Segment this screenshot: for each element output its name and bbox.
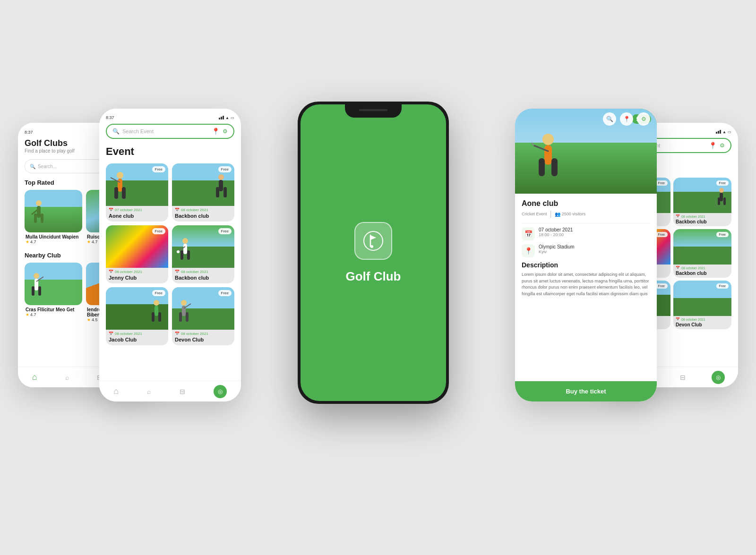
svg-rect-58: [718, 197, 720, 205]
event-date-1: 📅 07 october 2021: [109, 208, 165, 212]
club-name-detail: Aone club: [522, 199, 650, 208]
event-title-cl: Event: [106, 145, 234, 158]
event-card-5[interactable]: Free 📅 08 october 2021 Jacob Club: [106, 287, 168, 345]
wifi-icon-cl: ▲: [225, 116, 229, 120]
free-badge-2: Free: [218, 166, 232, 172]
event-card-2[interactable]: Free 📅 08 october 2021 Backbon club: [172, 163, 234, 222]
top-rated-card-1-name: Mulla Uincidunt Wapien: [26, 234, 81, 239]
nav-pin-right[interactable]: ◎: [712, 371, 725, 384]
r-free-badge-2: Free: [716, 180, 729, 186]
golfer-cl-5: [147, 299, 166, 330]
filter-icon-right[interactable]: ⚙: [720, 142, 725, 149]
signal-icon-right: [716, 130, 721, 134]
golfer-cl-1: [108, 171, 132, 206]
phone-center-right: $ 50 🔍 📍 ⚙ Aone club Cricket Event | 👥 2…: [515, 109, 657, 401]
golf-clubs-title: Golf Clubs: [25, 138, 75, 148]
svg-rect-25: [216, 187, 219, 197]
detail-time: 18:00 - 20:00: [539, 232, 573, 237]
location-pin-icon: 📍: [524, 247, 533, 255]
r-event-card-6[interactable]: Free 📅08 october 2021 Devon Club: [673, 281, 731, 329]
svg-rect-47: [544, 145, 552, 165]
svg-rect-57: [720, 193, 723, 201]
r-free-badge-3: Free: [655, 232, 668, 237]
app-logo: [354, 222, 392, 260]
r-free-badge-1: Free: [655, 180, 668, 186]
svg-marker-44: [370, 235, 376, 240]
svg-point-9: [34, 273, 39, 279]
location-icon-cl[interactable]: 📍: [212, 128, 220, 135]
event-name-6: Devon Club: [175, 337, 232, 342]
nearby-card-1-name: Cras Fllicitur Meo Get: [26, 307, 81, 312]
nav-pin-cl[interactable]: ◎: [214, 385, 227, 398]
svg-rect-19: [118, 179, 122, 192]
detail-stadium: Olympic Stadium: [539, 244, 575, 249]
event-grid-cl: Free 📅 07 october 2021 Aone club: [106, 163, 234, 345]
svg-point-46: [542, 134, 554, 145]
phone-center-left: 8:37 ▲ ▭ 🔍 Search Event 📍 ⚙ Event: [99, 109, 241, 401]
svg-rect-35: [152, 312, 155, 322]
svg-rect-11: [32, 286, 34, 296]
event-card-6[interactable]: Free 📅 08 october 2021 Devon Club: [172, 287, 234, 345]
golfer-svg-3: [27, 272, 46, 305]
golfer-cl-6: [174, 299, 193, 330]
detail-top-icons: 🔍 📍 ⚙: [522, 112, 650, 126]
battery-icon-cl: ▭: [231, 116, 234, 120]
r-event-card-4[interactable]: Free 📅08 october 2021 Backbon club: [673, 229, 731, 278]
detail-date: 07 october 2021: [539, 227, 573, 232]
event-name-2: Backbon club: [175, 213, 232, 219]
nearby-card-1[interactable]: Cras Fllicitur Meo Get ★ 4.7: [25, 263, 82, 324]
r-event-date-4: 📅08 october 2021: [676, 266, 729, 270]
nav-search-left[interactable]: ⌕: [65, 374, 69, 381]
detail-location-row: 📍 Olympic Stadium Kyiv: [522, 244, 650, 257]
r-golfer-2: [713, 187, 730, 213]
status-icons-cl: ▲ ▭: [219, 116, 234, 120]
svg-point-45: [370, 245, 373, 248]
event-card-4[interactable]: Free 📅 08 october 2021 Backbon club: [172, 225, 234, 283]
nav-bookmark-right[interactable]: ⊟: [680, 374, 686, 381]
svg-rect-49: [551, 158, 558, 176]
svg-rect-48: [539, 158, 545, 176]
golfer-svg-1: [29, 199, 48, 232]
nav-bookmark-cl[interactable]: ⊟: [180, 388, 185, 395]
filter-icon-cl[interactable]: ⚙: [223, 128, 228, 135]
svg-rect-28: [183, 244, 187, 254]
svg-point-18: [117, 172, 123, 179]
event-date-3: 📅 08 october 2021: [109, 270, 165, 274]
location-icon-btn[interactable]: 📍: [620, 112, 633, 126]
event-card-3[interactable]: Free 📅 08 october 2021 Jenny Club: [106, 225, 168, 283]
visitors-tag: 👥 2500 visitors: [555, 212, 586, 217]
svg-point-37: [181, 300, 187, 306]
svg-rect-36: [158, 312, 161, 322]
r-event-name-4: Backbon club: [676, 271, 729, 276]
event-name-1: Aone club: [109, 213, 165, 219]
nearby-club-label: Nearby Club: [25, 252, 61, 259]
phone-notch: [345, 104, 402, 118]
svg-point-56: [719, 188, 724, 193]
nav-home-left[interactable]: ⌂: [32, 372, 37, 382]
svg-point-33: [154, 300, 159, 306]
search-icon-btn[interactable]: 🔍: [603, 112, 616, 126]
status-icons-right: ▲ ▭: [716, 130, 731, 134]
filter-icon-btn-detail[interactable]: ⚙: [637, 112, 650, 126]
svg-rect-24: [219, 180, 223, 191]
event-card-1[interactable]: Free 📅 07 october 2021 Aone club: [106, 163, 168, 222]
svg-point-23: [218, 174, 224, 180]
detail-content: Aone club Cricket Event | 👥 2500 visitor…: [515, 194, 657, 303]
event-date-6: 📅 08 october 2021: [175, 332, 232, 336]
svg-rect-21: [122, 187, 126, 199]
search-bar-cl[interactable]: 🔍 Search Event 📍 ⚙: [106, 124, 234, 139]
time-center-left: 8:37: [106, 115, 114, 120]
description-text: Lorem ipsum dolor sit amet, consectetur …: [522, 272, 650, 297]
r-event-card-2[interactable]: Free 📅08 october 2021 Backbon club: [673, 178, 731, 226]
location-icon-right[interactable]: 📍: [709, 142, 717, 149]
top-rated-card-1[interactable]: Mulla Uincidunt Wapien ★ 4.7: [25, 190, 82, 246]
bottom-nav-cl: ⌂ ⌕ ⊟ ◎: [99, 381, 241, 401]
nav-home-cl[interactable]: ⌂: [113, 386, 119, 396]
nearby-card-1-rating: ★ 4.7: [26, 312, 81, 317]
svg-rect-2: [34, 213, 37, 223]
buy-ticket-button[interactable]: Buy the ticket: [515, 381, 657, 401]
svg-point-32: [177, 250, 180, 253]
nav-search-cl[interactable]: ⌕: [147, 388, 151, 395]
event-type-tag: Cricket Event: [522, 212, 547, 216]
r-event-name-2: Backbon club: [676, 219, 729, 224]
